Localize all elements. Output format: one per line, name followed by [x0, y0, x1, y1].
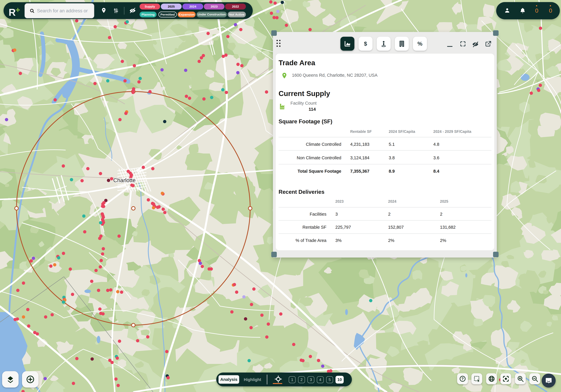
svg-text:Charlotte: Charlotte — [113, 177, 136, 183]
svg-text:?: ? — [461, 377, 464, 381]
svg-text:%: % — [417, 41, 422, 47]
svg-text:$: $ — [364, 41, 367, 47]
